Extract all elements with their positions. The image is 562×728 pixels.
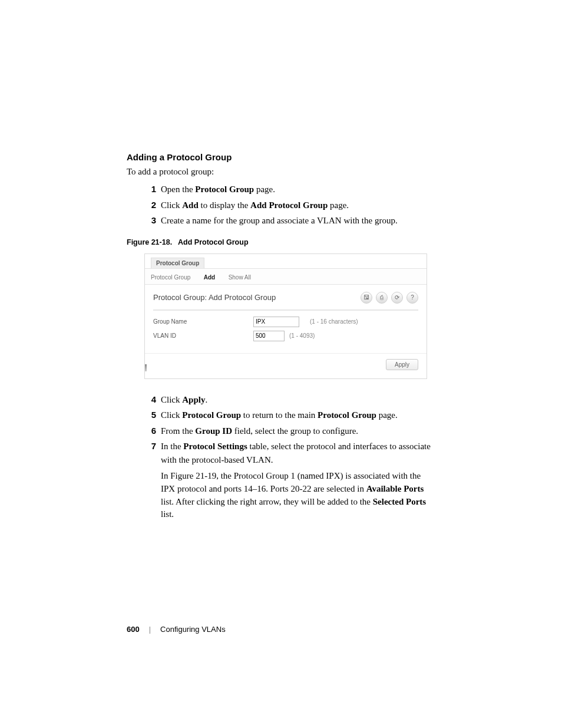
scrollbar-handle[interactable] [145, 364, 147, 371]
steps-list-bottom: 4 Click Apply. 5 Click Protocol Group to… [144, 393, 433, 522]
step-1: 1 Open the Protocol Group page. [144, 183, 433, 196]
page-footer: 600 | Configuring VLANs [127, 625, 226, 634]
vlan-id-label: VLAN ID [153, 332, 253, 339]
step-text: From the Group ID field, select the grou… [161, 426, 358, 436]
step-number: 2 [144, 199, 156, 212]
help-icon[interactable]: ? [406, 292, 418, 304]
group-name-label: Group Name [153, 318, 253, 325]
page-number: 600 [127, 625, 140, 634]
row-group-name: Group Name (1 - 16 characters) [153, 317, 418, 327]
group-name-input[interactable] [253, 317, 299, 327]
step-number: 3 [144, 214, 156, 228]
step-number: 7 [144, 440, 156, 453]
tab-show-all[interactable]: Show All [229, 274, 251, 281]
save-icon[interactable]: 🖫 [361, 292, 372, 304]
window-tab[interactable]: Protocol Group [151, 258, 204, 268]
step-7: 7 In the Protocol Settings table, select… [144, 440, 433, 521]
step-5: 5 Click Protocol Group to return to the … [144, 409, 433, 422]
row-vlan-id: VLAN ID (1 - 4093) [153, 331, 418, 341]
group-name-hint: (1 - 16 characters) [310, 318, 358, 325]
tab-add[interactable]: Add [204, 274, 215, 281]
vlan-id-input[interactable] [253, 331, 285, 341]
step-paragraph: In Figure 21-19, the Protocol Group 1 (n… [161, 470, 433, 521]
steps-list-top: 1 Open the Protocol Group page. 2 Click … [144, 183, 433, 228]
panel-title: Protocol Group: Add Protocol Group [153, 293, 276, 302]
step-3: 3 Create a name for the group and associ… [144, 214, 433, 228]
tab-bar: Protocol Group Add Show All [145, 268, 427, 285]
step-number: 4 [144, 393, 156, 407]
step-number: 5 [144, 409, 156, 422]
toolbar-icons: 🖫 ⎙ ⟳ ? [361, 292, 418, 304]
step-6: 6 From the Group ID field, select the gr… [144, 424, 433, 438]
intro-text: To add a protocol group: [127, 167, 433, 177]
footer-section: Configuring VLANs [160, 625, 226, 634]
step-text: Click Apply. [161, 395, 207, 404]
step-text: Click Protocol Group to return to the ma… [161, 410, 398, 420]
step-4: 4 Click Apply. [144, 393, 433, 407]
vlan-id-hint: (1 - 4093) [289, 332, 315, 339]
section-heading: Adding a Protocol Group [127, 152, 433, 162]
step-number: 1 [144, 183, 156, 196]
footer-divider: | [149, 625, 151, 634]
form-area: Group Name (1 - 16 characters) VLAN ID (… [145, 317, 427, 353]
apply-button[interactable]: Apply [386, 359, 418, 370]
screenshot-panel: Protocol Group Protocol Group Add Show A… [144, 253, 427, 379]
step-text: In the Protocol Settings table, select t… [161, 442, 431, 465]
refresh-icon[interactable]: ⟳ [391, 292, 403, 304]
print-icon[interactable]: ⎙ [376, 292, 388, 304]
tab-protocol-group[interactable]: Protocol Group [151, 274, 190, 281]
step-2: 2 Click Add to display the Add Protocol … [144, 199, 433, 212]
figure-caption: Figure 21-18. Add Protocol Group [127, 238, 433, 246]
divider [153, 309, 418, 311]
step-number: 6 [144, 424, 156, 438]
